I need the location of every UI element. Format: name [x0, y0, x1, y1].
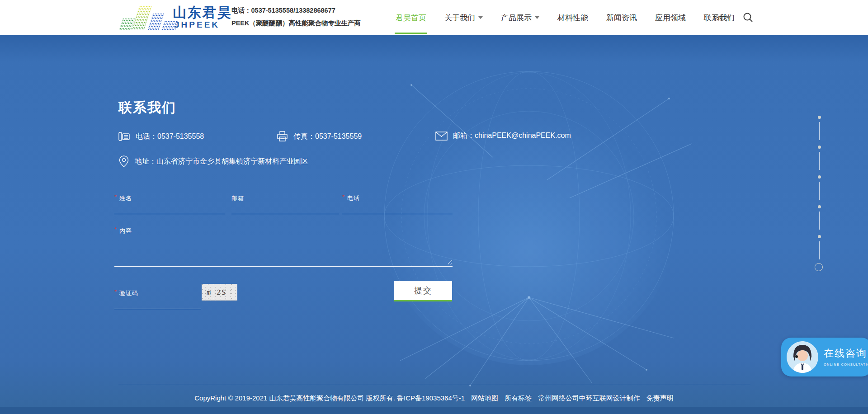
- online-consult-button[interactable]: 在线咨询 ONLINE CONSULTATION: [781, 338, 868, 376]
- language-switcher[interactable]: EN: [713, 0, 731, 35]
- required-mark: *: [114, 193, 117, 200]
- contact-email: 邮箱：chinaPEEK@chinaPEEK.com: [435, 131, 571, 141]
- contact-phone-text: 电话：0537-5135558: [136, 132, 204, 141]
- pager-dot[interactable]: [818, 175, 821, 179]
- nav-label: 关于我们: [444, 13, 475, 23]
- nav-item-news[interactable]: 新闻资讯: [597, 0, 646, 35]
- contact-email-text: 邮箱：chinaPEEK@chinaPEEK.com: [453, 131, 571, 141]
- captcha-input[interactable]: [114, 297, 201, 309]
- pager-line: [819, 182, 820, 200]
- location-pin-icon: [118, 155, 129, 167]
- phone-label: *电话: [342, 194, 453, 202]
- header-tagline: 电话：0537-5135558/13382868677 PEEK（聚醚醚酮）高性…: [231, 6, 361, 28]
- nav-label: 君昊首页: [396, 13, 426, 23]
- required-mark: *: [114, 226, 117, 233]
- header: 山东君昊 JHPEEK 电话：0537-5135558/13382868677 …: [0, 0, 868, 35]
- consult-title: 在线咨询: [824, 347, 868, 360]
- chevron-down-icon: [726, 16, 731, 19]
- nav-item-home[interactable]: 君昊首页: [387, 0, 435, 35]
- logo-subtitle: JHPEEK: [175, 20, 220, 30]
- agent-avatar: [787, 341, 818, 373]
- contact-address-text: 地址：山东省济宁市金乡县胡集镇济宁新材料产业园区: [135, 157, 308, 166]
- email-label: 邮箱: [231, 194, 339, 202]
- phone-field: *电话: [342, 194, 453, 214]
- nav-label: 产品展示: [501, 13, 532, 23]
- pager-line: [819, 212, 820, 230]
- footer-divider: [118, 384, 750, 384]
- nav-item-applications[interactable]: 应用领域: [646, 0, 695, 35]
- pager-dot[interactable]: [818, 146, 821, 149]
- envelope-icon: [435, 132, 448, 141]
- pager-line: [819, 122, 820, 140]
- nav-item-about[interactable]: 关于我们: [435, 0, 492, 35]
- required-mark: *: [114, 288, 117, 295]
- footer-copyright: CopyRight © 2019-2021 山东君昊高性能聚合物有限公司 版权所…: [0, 394, 868, 403]
- nav-label: 应用领域: [655, 13, 686, 23]
- tagline-desc: PEEK（聚醚醚酮）高性能聚合物专业生产商: [231, 19, 361, 28]
- tagline-phone: 电话：0537-5135558/13382868677: [231, 6, 361, 15]
- logo[interactable]: 山东君昊 JHPEEK: [118, 4, 231, 33]
- footer-link-tags[interactable]: 所有标签: [505, 394, 532, 402]
- nav-label: 材料性能: [557, 13, 588, 23]
- captcha-text: m 2S: [202, 288, 226, 296]
- contact-phone: 电话：0537-5135558: [118, 131, 204, 142]
- nav-item-performance[interactable]: 材料性能: [548, 0, 597, 35]
- copyright-text: CopyRight © 2019-2021 山东君昊高性能聚合物有限公司 版权所…: [194, 394, 465, 402]
- logo-title: 山东君昊: [173, 4, 232, 22]
- bottom-strip: [0, 407, 868, 414]
- name-input[interactable]: [114, 202, 225, 214]
- name-label: *姓名: [114, 194, 225, 202]
- fax-phone-icon: [118, 131, 130, 142]
- name-field: *姓名: [114, 194, 225, 214]
- language-label: EN: [713, 14, 723, 22]
- captcha-field: *验证码: [114, 289, 201, 309]
- nav-item-products[interactable]: 产品展示: [492, 0, 548, 35]
- nav-label: 新闻资讯: [606, 13, 637, 23]
- chevron-down-icon: [535, 16, 539, 19]
- consult-subtitle: ONLINE CONSULTATION: [824, 362, 868, 367]
- pager-dot[interactable]: [818, 116, 821, 119]
- contact-fax: 传真：0537-5135559: [277, 131, 362, 142]
- contact-fax-text: 传真：0537-5135559: [293, 132, 362, 141]
- pager-line: [819, 241, 820, 259]
- main-nav: 君昊首页 关于我们 产品展示 材料性能 新闻资讯 应用领域 联系我们: [387, 0, 744, 35]
- captcha-label: *验证码: [114, 289, 201, 297]
- logo-mark-icon: [118, 5, 173, 30]
- pager-active-circle[interactable]: [815, 263, 823, 271]
- consult-text: 在线咨询 ONLINE CONSULTATION: [824, 347, 868, 367]
- footer-link-design[interactable]: 常州网络公司中环互联网设计制作: [538, 394, 640, 402]
- contact-address: 地址：山东省济宁市金乡县胡集镇济宁新材料产业园区: [118, 155, 308, 167]
- content-label: *内容: [114, 227, 453, 235]
- chevron-down-icon: [478, 16, 483, 19]
- email-field: 邮箱: [231, 194, 339, 214]
- captcha-image[interactable]: m 2S: [202, 284, 237, 301]
- footer-link-sitemap[interactable]: 网站地图: [471, 394, 498, 402]
- globe-graphic: [357, 44, 701, 388]
- phone-input[interactable]: [342, 202, 453, 214]
- footer-link-disclaimer[interactable]: 免责声明: [646, 394, 674, 402]
- pager-line: [819, 152, 820, 170]
- pager-dot[interactable]: [818, 205, 821, 208]
- contact-section: 联系我们 电话：0537-5135558 传真：0537-5135559 邮箱：…: [0, 35, 868, 414]
- content-field: *内容: [114, 227, 453, 267]
- search-icon[interactable]: [741, 11, 755, 24]
- content-textarea[interactable]: [114, 239, 453, 267]
- email-input[interactable]: [231, 202, 339, 214]
- submit-button[interactable]: 提交: [394, 281, 452, 301]
- page-title: 联系我们: [118, 99, 176, 117]
- printer-icon: [277, 131, 288, 142]
- required-mark: *: [342, 193, 345, 200]
- pager-dot[interactable]: [818, 235, 821, 238]
